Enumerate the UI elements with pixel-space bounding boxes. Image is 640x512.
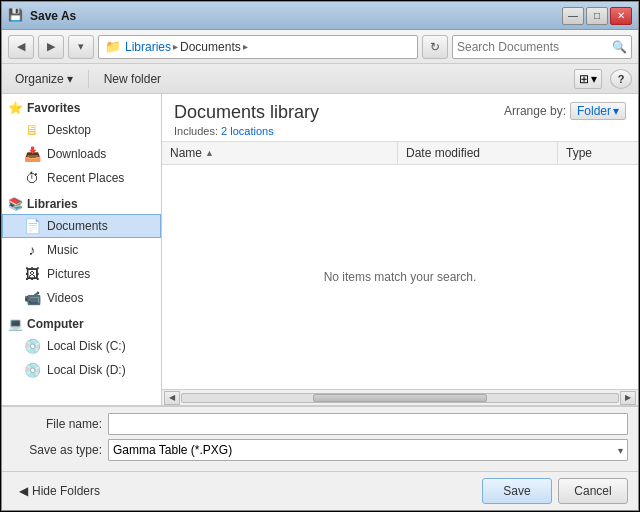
sidebar-item-documents-label: Documents <box>47 219 108 233</box>
filename-row: File name: <box>12 413 628 435</box>
col-date-label: Date modified <box>406 146 480 160</box>
sidebar-item-downloads-label: Downloads <box>47 147 106 161</box>
savetype-select[interactable]: Gamma Table (*.PXG) ▾ <box>108 439 628 461</box>
close-button[interactable]: ✕ <box>610 7 632 25</box>
sidebar-item-pictures[interactable]: 🖼 Pictures <box>2 262 161 286</box>
sidebar-item-videos[interactable]: 📹 Videos <box>2 286 161 310</box>
bottom-buttons: ◀ Hide Folders Save Cancel <box>2 471 638 510</box>
recent-places-icon: ⏱ <box>23 170 41 186</box>
col-header-name[interactable]: Name ▲ <box>162 142 398 164</box>
sidebar-item-desktop[interactable]: 🖥 Desktop <box>2 118 161 142</box>
organize-arrow-icon: ▾ <box>67 72 73 86</box>
window-icon: 💾 <box>8 8 24 24</box>
search-box[interactable]: 🔍 <box>452 35 632 59</box>
includes-prefix: Includes: <box>174 125 221 137</box>
arrange-value: Folder <box>577 104 611 118</box>
sidebar-item-recent-places[interactable]: ⏱ Recent Places <box>2 166 161 190</box>
view-button[interactable]: ⊞ ▾ <box>574 69 602 89</box>
library-header: Documents library Includes: 2 locations … <box>162 94 638 142</box>
computer-header-label: Computer <box>27 317 84 331</box>
sidebar-item-local-disk-c[interactable]: 💿 Local Disk (C:) <box>2 334 161 358</box>
sidebar-item-videos-label: Videos <box>47 291 83 305</box>
arrange-button[interactable]: Folder ▾ <box>570 102 626 120</box>
organize-label: Organize <box>15 72 64 86</box>
downloads-icon: 📥 <box>23 146 41 162</box>
refresh-button[interactable]: ↻ <box>422 35 448 59</box>
computer-section: 💻 Computer 💿 Local Disk (C:) 💿 Local Dis… <box>2 314 161 382</box>
breadcrumb-folder-icon: 📁 <box>105 39 121 54</box>
scroll-right-button[interactable]: ▶ <box>620 391 636 405</box>
organize-button[interactable]: Organize ▾ <box>8 69 80 89</box>
filename-label: File name: <box>12 417 102 431</box>
favorites-section: ⭐ Favorites 🖥 Desktop 📥 Downloads ⏱ Rece… <box>2 98 161 190</box>
sidebar-item-downloads[interactable]: 📥 Downloads <box>2 142 161 166</box>
sidebar-item-local-disk-d[interactable]: 💿 Local Disk (D:) <box>2 358 161 382</box>
breadcrumb-separator-1: ▸ <box>173 41 178 52</box>
cancel-button[interactable]: Cancel <box>558 478 628 504</box>
sidebar-item-recent-label: Recent Places <box>47 171 124 185</box>
savetype-row: Save as type: Gamma Table (*.PXG) ▾ <box>12 439 628 461</box>
documents-icon: 📄 <box>23 218 41 234</box>
horizontal-scrollbar[interactable]: ◀ ▶ <box>162 389 638 405</box>
breadcrumb-documents[interactable]: Documents <box>180 40 241 54</box>
sidebar: ⭐ Favorites 🖥 Desktop 📥 Downloads ⏱ Rece… <box>2 94 162 405</box>
scroll-thumb[interactable] <box>313 394 487 402</box>
favorites-header[interactable]: ⭐ Favorites <box>2 98 161 118</box>
hide-folders-label: Hide Folders <box>32 484 100 498</box>
file-list-header: Name ▲ Date modified Type <box>162 142 638 165</box>
window-title: Save As <box>30 9 76 23</box>
sidebar-item-music[interactable]: ♪ Music <box>2 238 161 262</box>
arrange-arrow-icon: ▾ <box>613 104 619 118</box>
navigation-toolbar: ◀ ▶ ▾ 📁 Libraries ▸ Documents ▸ ↻ 🔍 <box>2 30 638 64</box>
arrange-label: Arrange by: <box>504 104 566 118</box>
pictures-icon: 🖼 <box>23 266 41 282</box>
libraries-section: 📚 Libraries 📄 Documents ♪ Music 🖼 Pictur… <box>2 194 161 310</box>
library-title: Documents library <box>174 102 319 123</box>
breadcrumb-separator-2: ▸ <box>243 41 248 52</box>
search-input[interactable] <box>457 40 608 54</box>
drive-c-icon: 💿 <box>23 338 41 354</box>
sidebar-item-documents[interactable]: 📄 Documents <box>2 214 161 238</box>
help-button[interactable]: ? <box>610 69 632 89</box>
empty-message: No items match your search. <box>324 270 477 284</box>
minimize-button[interactable]: — <box>562 7 584 25</box>
col-type-label: Type <box>566 146 592 160</box>
back-button[interactable]: ◀ <box>8 35 34 59</box>
col-header-type[interactable]: Type <box>558 142 638 164</box>
main-content: ⭐ Favorites 🖥 Desktop 📥 Downloads ⏱ Rece… <box>2 94 638 405</box>
sidebar-item-pictures-label: Pictures <box>47 267 90 281</box>
music-icon: ♪ <box>23 242 41 258</box>
computer-icon: 💻 <box>8 317 23 331</box>
col-header-date[interactable]: Date modified <box>398 142 558 164</box>
hide-folders-button[interactable]: ◀ Hide Folders <box>12 481 107 501</box>
new-folder-button[interactable]: New folder <box>97 69 168 89</box>
col-name-label: Name <box>170 146 202 160</box>
toolbar-separator <box>88 70 89 88</box>
breadcrumb-libraries[interactable]: Libraries <box>125 40 171 54</box>
scroll-left-button[interactable]: ◀ <box>164 391 180 405</box>
libraries-icon: 📚 <box>8 197 23 211</box>
hide-folders-arrow-icon: ◀ <box>19 484 28 498</box>
library-title-area: Documents library Includes: 2 locations <box>174 102 319 137</box>
right-pane: Documents library Includes: 2 locations … <box>162 94 638 405</box>
forward-button[interactable]: ▶ <box>38 35 64 59</box>
maximize-button[interactable]: □ <box>586 7 608 25</box>
recent-locations-button[interactable]: ▾ <box>68 35 94 59</box>
library-includes: Includes: 2 locations <box>174 125 319 137</box>
breadcrumb-items: Libraries ▸ Documents ▸ <box>125 40 411 54</box>
breadcrumb-bar[interactable]: 📁 Libraries ▸ Documents ▸ <box>98 35 418 59</box>
filename-input[interactable] <box>108 413 628 435</box>
arrange-area: Arrange by: Folder ▾ <box>504 102 626 120</box>
sidebar-item-music-label: Music <box>47 243 78 257</box>
window-controls: — □ ✕ <box>562 7 632 25</box>
videos-icon: 📹 <box>23 290 41 306</box>
includes-link[interactable]: 2 locations <box>221 125 274 137</box>
scroll-track[interactable] <box>181 393 619 403</box>
save-as-dialog: 💾 Save As — □ ✕ ◀ ▶ ▾ 📁 Libraries ▸ Docu… <box>1 1 639 511</box>
file-list-body: No items match your search. <box>162 165 638 389</box>
libraries-header[interactable]: 📚 Libraries <box>2 194 161 214</box>
save-button[interactable]: Save <box>482 478 552 504</box>
sort-arrow-icon: ▲ <box>205 148 214 158</box>
computer-header[interactable]: 💻 Computer <box>2 314 161 334</box>
libraries-header-label: Libraries <box>27 197 78 211</box>
